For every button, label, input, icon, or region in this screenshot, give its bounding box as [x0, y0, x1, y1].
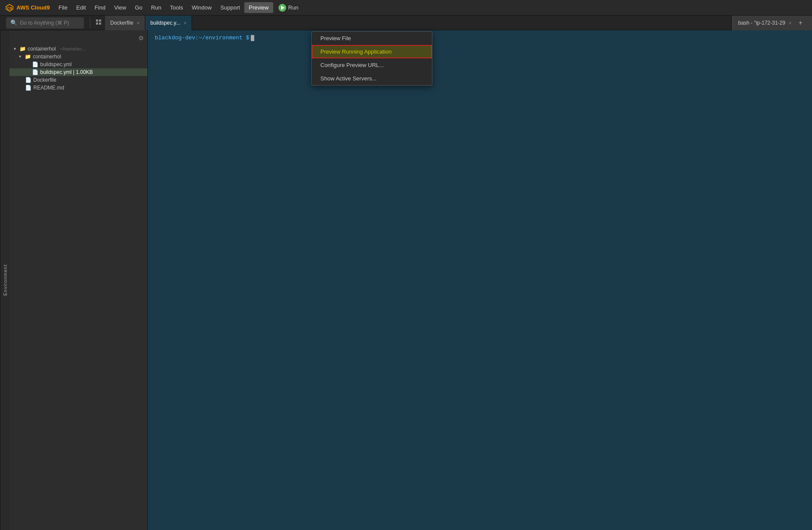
tree-item-readme[interactable]: 📄 README.md — [10, 84, 147, 92]
tab-buildspec[interactable]: buildspec.y... × — [145, 16, 192, 30]
file-tree-panel: ⚙ ▼ 📁 containerhol ~/home/ec... ▼ 📁 cont… — [10, 30, 148, 530]
menu-window[interactable]: Window — [187, 2, 216, 13]
preview-menu: Preview File Preview Running Application… — [311, 31, 432, 86]
tab-grid-icon[interactable] — [92, 17, 105, 28]
tab-dockerfile[interactable]: Dockerfile × — [105, 16, 145, 30]
file-icon-dockerfile: 📄 — [25, 77, 32, 83]
menu-view[interactable]: View — [110, 2, 131, 13]
file-icon-buildspec-sel: 📄 — [32, 69, 38, 75]
menu-edit[interactable]: Edit — [72, 2, 90, 13]
menu-preview[interactable]: Preview — [244, 2, 273, 13]
editor-area[interactable]: blackdog-dev:~/environment $ — [148, 30, 812, 530]
grid-icon — [96, 19, 102, 25]
app-name: AWS Cloud9 — [16, 4, 50, 11]
svg-rect-3 — [96, 19, 98, 22]
terminal-prompt: blackdog-dev:~/environment $ — [148, 30, 812, 45]
new-tab-button[interactable]: + — [794, 17, 807, 29]
dropdown-preview-running[interactable]: Preview Running Application — [312, 45, 432, 58]
svg-rect-4 — [99, 19, 101, 22]
environment-sidebar-label[interactable]: Environment — [0, 30, 10, 530]
tree-item-label: containerhol — [28, 46, 56, 52]
main-area: Environment ⚙ ▼ 📁 containerhol ~/home/ec… — [0, 30, 812, 530]
menu-run-button[interactable]: Run — [273, 2, 304, 13]
tree-item-buildspec-yml[interactable]: 📄 buildspec.yml — [10, 61, 147, 68]
svg-rect-6 — [99, 22, 101, 25]
bash-tab-close[interactable]: × — [789, 20, 791, 26]
gear-icon[interactable]: ⚙ — [138, 35, 144, 42]
tab-dockerfile-label: Dockerfile — [110, 20, 133, 26]
menu-support[interactable]: Support — [216, 2, 245, 13]
dropdown-preview-file[interactable]: Preview File — [312, 32, 432, 45]
dropdown-configure-url[interactable]: Configure Preview URL... — [312, 58, 432, 72]
run-icon — [278, 4, 286, 12]
folder-icon-sub: 📁 — [25, 54, 31, 60]
tree-root-path: ~/home/ec... — [59, 46, 86, 51]
menu-go[interactable]: Go — [131, 2, 147, 13]
search-icon: 🔍 — [10, 19, 17, 26]
tree-item-dockerfile[interactable]: 📄 Dockerfile — [10, 76, 147, 84]
dropdown-show-servers[interactable]: Show Active Servers... — [312, 72, 432, 85]
svg-rect-5 — [96, 22, 98, 25]
file-icon-readme: 📄 — [25, 85, 32, 91]
expand-triangle-sub: ▼ — [18, 54, 22, 59]
tree-item-buildspec-sel-label: buildspec.yml | 1.00KB — [40, 69, 93, 75]
tree-item-readme-label: README.md — [33, 85, 64, 91]
folder-icon: 📁 — [19, 46, 26, 52]
file-tree-header: ⚙ — [10, 33, 147, 43]
tree-subfolder-label: containerhol — [33, 54, 61, 60]
bash-tab[interactable]: bash - "ip-172-31-29 × + — [732, 16, 812, 30]
tab-bar: 🔍 Go to Anything (⌘ P) Dockerfile × buil… — [0, 16, 812, 30]
menu-bar: C9 AWS Cloud9 File Edit Find View Go Run… — [0, 0, 812, 16]
search-placeholder: Go to Anything (⌘ P) — [20, 20, 69, 26]
tree-item-dockerfile-label: Dockerfile — [33, 77, 56, 83]
tab-dockerfile-close[interactable]: × — [137, 20, 139, 26]
menu-tools[interactable]: Tools — [166, 2, 187, 13]
app-logo[interactable]: C9 AWS Cloud9 — [3, 3, 54, 12]
tab-buildspec-label: buildspec.y... — [150, 20, 180, 26]
run-button-label: Run — [288, 4, 299, 11]
tab-divider-1 — [90, 18, 90, 28]
tree-item-containerhol-sub[interactable]: ▼ 📁 containerhol — [10, 53, 147, 61]
menu-find[interactable]: Find — [90, 2, 110, 13]
tree-item-buildspec-selected[interactable]: 📄 buildspec.yml | 1.00KB — [10, 68, 147, 76]
tree-item-buildspec-label: buildspec.yml — [40, 61, 72, 67]
bash-tab-label: bash - "ip-172-31-29 — [738, 20, 785, 26]
expand-triangle: ▼ — [13, 47, 17, 51]
cursor — [251, 35, 254, 41]
tree-item-containerhol-root[interactable]: ▼ 📁 containerhol ~/home/ec... — [10, 45, 147, 53]
prompt-path: blackdog-dev:~/environment $ — [155, 35, 249, 41]
menu-file[interactable]: File — [54, 2, 72, 13]
svg-text:C9: C9 — [7, 6, 12, 10]
file-icon-buildspec: 📄 — [32, 61, 38, 67]
aws-logo-icon: C9 — [5, 3, 14, 12]
menu-run[interactable]: Run — [147, 2, 166, 13]
goto-anything-box[interactable]: 🔍 Go to Anything (⌘ P) — [6, 17, 84, 29]
search-area[interactable]: 🔍 Go to Anything (⌘ P) — [2, 16, 88, 30]
tab-buildspec-close[interactable]: × — [184, 20, 186, 26]
